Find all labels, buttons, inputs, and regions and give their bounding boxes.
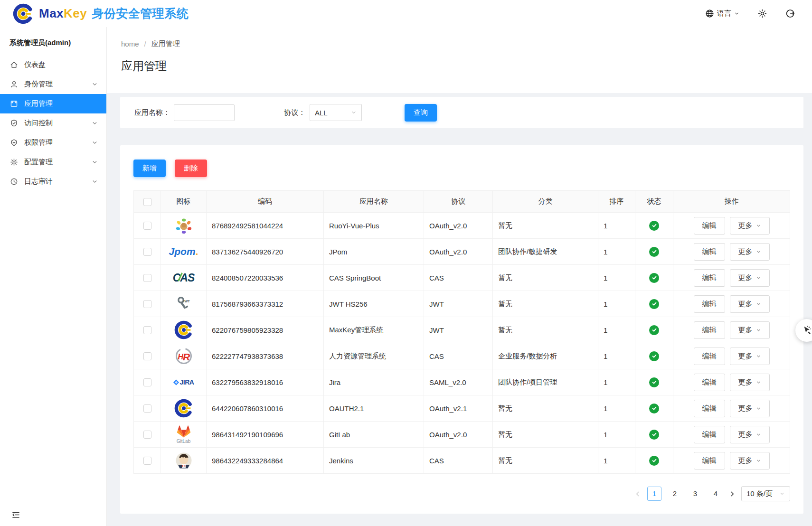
page-button-3[interactable]: 3: [688, 487, 702, 501]
page-size-value: 10 条/页: [746, 489, 773, 498]
column-header-3: 协议: [424, 191, 493, 213]
app-name: MaxKey管理系统: [324, 317, 424, 343]
row-checkbox[interactable]: [143, 404, 151, 413]
edit-button[interactable]: 编辑: [694, 321, 725, 339]
page-size-select[interactable]: 10 条/页: [741, 486, 790, 501]
protocol-select[interactable]: ALL: [310, 104, 362, 121]
edit-button[interactable]: 编辑: [694, 348, 725, 365]
breadcrumb: home / 应用管理: [121, 39, 798, 48]
app-code: 622227747938373638: [207, 343, 324, 369]
table-row: JIRA632279563832918016JiraSAML_v2.0团队协作/…: [134, 369, 790, 395]
edit-button[interactable]: 编辑: [694, 217, 725, 235]
row-checkbox[interactable]: [143, 300, 151, 308]
edit-button[interactable]: 编辑: [694, 452, 725, 470]
sidebar-item-3[interactable]: 访问控制: [0, 113, 106, 133]
sidebar-item-6[interactable]: 日志审计: [0, 172, 106, 191]
sidebar-item-1[interactable]: 身份管理: [0, 75, 106, 94]
row-checkbox[interactable]: [143, 378, 151, 386]
row-checkbox[interactable]: [143, 457, 151, 465]
page-button-1[interactable]: 1: [647, 487, 661, 501]
sidebar-item-4[interactable]: 权限管理: [0, 133, 106, 152]
prev-page-button[interactable]: [635, 491, 641, 497]
app-sort: 1: [598, 291, 635, 317]
chevron-down-icon: [756, 432, 761, 437]
more-button[interactable]: 更多: [730, 269, 770, 287]
app-category: 暂无: [493, 422, 598, 448]
jpom-logo: Jpom.: [169, 242, 198, 262]
add-button[interactable]: 新增: [133, 160, 166, 177]
row-checkbox[interactable]: [143, 222, 151, 230]
app-name: JWT HS256: [324, 291, 424, 317]
more-button[interactable]: 更多: [730, 295, 770, 313]
menu-fold-icon: [11, 510, 20, 519]
sidebar-item-label: 日志审计: [24, 177, 53, 186]
status-active-icon: [649, 377, 659, 387]
delete-button[interactable]: 删除: [175, 160, 207, 177]
app-protocol: JWT: [424, 291, 493, 317]
app-protocol: SAML_v2.0: [424, 369, 493, 395]
sidebar-item-2[interactable]: 应用管理: [0, 94, 106, 113]
column-header-2: 应用名称: [324, 191, 424, 213]
app-category: 暂无: [493, 317, 598, 343]
settings-button[interactable]: [757, 9, 767, 19]
more-button[interactable]: 更多: [730, 426, 770, 443]
app-logo[interactable]: MaxKey身份安全管理系统: [12, 3, 189, 25]
logout-button[interactable]: [785, 9, 795, 19]
page-button-4[interactable]: 4: [708, 487, 723, 501]
next-page-button[interactable]: [729, 491, 735, 497]
app-name-input[interactable]: [174, 104, 235, 121]
app-code: 837136275440926720: [207, 239, 324, 265]
page-button-2[interactable]: 2: [668, 487, 682, 501]
edit-button[interactable]: 编辑: [694, 295, 725, 313]
app-protocol: OAuth_v2.0: [424, 422, 493, 448]
sidebar: 系统管理员(admin) 仪表盘身份管理应用管理访问控制权限管理配置管理日志审计: [0, 27, 107, 526]
edit-button[interactable]: 编辑: [694, 243, 725, 261]
table-toolbar: 新增 删除: [133, 160, 790, 177]
app-category: 暂无: [493, 265, 598, 291]
hr-logo: HR: [174, 346, 194, 366]
app-name: Jenkins: [324, 448, 424, 474]
language-switcher[interactable]: 语言: [705, 9, 739, 18]
gitlab-logo: GitLab: [177, 424, 191, 444]
brand-title: MaxKey身份安全管理系统: [39, 6, 189, 21]
more-button[interactable]: 更多: [730, 400, 770, 417]
more-button[interactable]: 更多: [730, 243, 770, 261]
chevron-down-icon: [779, 491, 785, 497]
row-checkbox[interactable]: [143, 352, 151, 360]
sidebar-item-5[interactable]: 配置管理: [0, 152, 106, 172]
more-button[interactable]: 更多: [730, 374, 770, 391]
edit-button[interactable]: 编辑: [694, 426, 725, 443]
column-header-0: 图标: [161, 191, 207, 213]
more-button[interactable]: 更多: [730, 452, 770, 470]
identity-icon: [10, 80, 18, 88]
edit-button[interactable]: 编辑: [694, 269, 725, 287]
app-code: 622076759805923328: [207, 317, 324, 343]
breadcrumb-home-link[interactable]: home: [121, 40, 139, 48]
app-name: GitLab: [324, 422, 424, 448]
sidebar-item-0[interactable]: 仪表盘: [0, 55, 106, 75]
app-name: Jira: [324, 369, 424, 395]
column-header-5: 排序: [598, 191, 635, 213]
more-button[interactable]: 更多: [730, 217, 770, 235]
breadcrumb-current: 应用管理: [151, 39, 180, 48]
more-button[interactable]: 更多: [730, 321, 770, 339]
column-header-7: 操作: [673, 191, 790, 213]
row-checkbox[interactable]: [143, 274, 151, 282]
row-checkbox[interactable]: [143, 326, 151, 334]
row-checkbox[interactable]: [143, 248, 151, 256]
edit-button[interactable]: 编辑: [694, 400, 725, 417]
chevron-down-icon: [351, 110, 357, 115]
row-checkbox[interactable]: [143, 431, 151, 439]
more-button[interactable]: 更多: [730, 348, 770, 365]
app-code: 644220607860310016: [207, 395, 324, 422]
sidebar-collapse-button[interactable]: [11, 510, 20, 519]
select-all-checkbox[interactable]: [143, 198, 151, 206]
edit-button[interactable]: 编辑: [694, 374, 725, 391]
column-header-6: 状态: [635, 191, 673, 213]
app-code: 632279563832918016: [207, 369, 324, 395]
app-name: OAUTH2.1: [324, 395, 424, 422]
search-button[interactable]: 查询: [405, 104, 437, 122]
svg-text:R: R: [183, 351, 190, 362]
protocol-label: 协议：: [284, 108, 305, 117]
main-content: home / 应用管理 应用管理 应用名称： 协议： ALL 查询 新增 删除: [107, 27, 812, 526]
